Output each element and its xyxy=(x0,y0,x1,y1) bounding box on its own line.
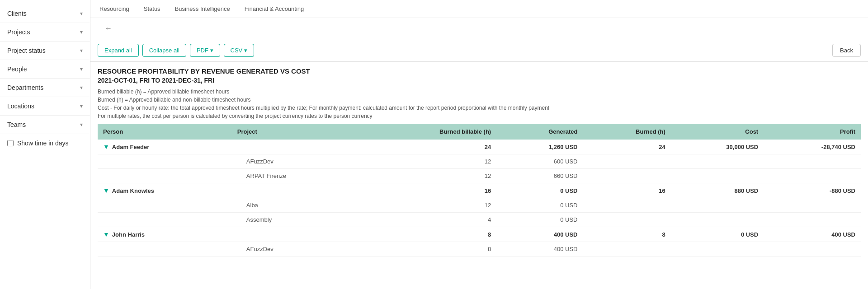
cell-person xyxy=(98,154,232,169)
sidebar-item-label: Clients xyxy=(7,10,27,17)
sidebar-item-departments[interactable]: Departments▾ xyxy=(0,79,90,97)
col-header-3: Generated xyxy=(496,124,583,140)
cell-profit: -28,740 USD xyxy=(764,140,861,154)
expand-person-icon[interactable]: ▼ xyxy=(103,143,109,150)
cell-project: ARPAT Firenze xyxy=(232,169,361,183)
report-desc3: Cost - For daily or hourly rate: the tot… xyxy=(98,104,861,112)
nav-tab-3[interactable]: Financial & Accounting xyxy=(243,1,306,17)
person-name-text: Adam Knowles xyxy=(112,187,154,194)
nav-tab-2[interactable]: Business Intelligence xyxy=(173,1,232,17)
table-row: AFuzzDev12600 USD xyxy=(98,154,861,169)
cell-project: Alba xyxy=(232,198,361,213)
back-button[interactable]: Back xyxy=(832,44,861,57)
cell-project xyxy=(232,227,361,242)
report-subtitle: 2021-OCT-01, FRI TO 2021-DEC-31, FRI xyxy=(98,77,861,84)
report-desc2: Burned (h) = Approved billable and non-b… xyxy=(98,96,861,104)
expand-person-icon[interactable]: ▼ xyxy=(103,187,109,194)
nav-tab-1[interactable]: Status xyxy=(142,1,162,17)
cell-burned: 8 xyxy=(583,227,670,242)
cell-cost: 880 USD xyxy=(671,183,764,198)
cell-person xyxy=(98,169,232,183)
chevron-down-icon: ▾ xyxy=(80,47,83,54)
sidebar-item-people[interactable]: People▾ xyxy=(0,60,90,79)
show-time-in-days-item[interactable]: Show time in days xyxy=(0,134,90,152)
cell-generated: 0 USD xyxy=(496,198,583,213)
cell-burned-billable: 4 xyxy=(361,213,496,227)
cell-cost: 0 USD xyxy=(671,227,764,242)
report-title: RESOURCE PROFITABILITY BY REVENUE GENERA… xyxy=(98,67,861,75)
cell-person xyxy=(98,242,232,256)
main-content: ResourcingStatusBusiness IntelligenceFin… xyxy=(90,0,868,289)
chevron-down-icon: ▾ xyxy=(80,66,83,72)
cell-cost: 30,000 USD xyxy=(671,140,764,154)
sidebar-item-projects[interactable]: Projects▾ xyxy=(0,23,90,42)
cell-cost xyxy=(671,169,764,183)
cell-person xyxy=(98,198,232,213)
col-header-1: Project xyxy=(232,124,361,140)
expand-all-button[interactable]: Expand all xyxy=(98,44,139,57)
person-name-text: Adam Feeder xyxy=(112,144,149,150)
cell-project: AFuzzDev xyxy=(232,242,361,256)
cell-burned xyxy=(583,213,670,227)
pdf-button[interactable]: PDF ▾ xyxy=(190,44,220,57)
collapse-all-button[interactable]: Collapse all xyxy=(142,44,186,57)
cell-person: ▼Adam Knowles xyxy=(98,183,232,198)
csv-button[interactable]: CSV ▾ xyxy=(224,44,254,57)
cell-profit: 400 USD xyxy=(764,227,861,242)
back-arrow-icon[interactable]: ← xyxy=(98,21,119,36)
table-row: AFuzzDev8400 USD xyxy=(98,242,861,256)
col-header-2: Burned billable (h) xyxy=(361,124,496,140)
sidebar: Clients▾Projects▾Project status▾People▾D… xyxy=(0,0,90,289)
cell-generated: 1,260 USD xyxy=(496,140,583,154)
sidebar-item-label: Projects xyxy=(7,28,30,36)
cell-person xyxy=(98,213,232,227)
top-nav: ResourcingStatusBusiness IntelligenceFin… xyxy=(90,0,868,18)
sidebar-item-label: Locations xyxy=(7,103,34,110)
col-header-6: Profit xyxy=(764,124,861,140)
cell-burned-billable: 8 xyxy=(361,227,496,242)
cell-person: ▼John Harris xyxy=(98,227,232,242)
sidebar-item-teams[interactable]: Teams▾ xyxy=(0,116,90,134)
cell-burned: 16 xyxy=(583,183,670,198)
cell-burned xyxy=(583,198,670,213)
cell-project: AFuzzDev xyxy=(232,154,361,169)
table-row: Alba120 USD xyxy=(98,198,861,213)
cell-profit: -880 USD xyxy=(764,183,861,198)
cell-burned-billable: 24 xyxy=(361,140,496,154)
cell-burned-billable: 12 xyxy=(361,154,496,169)
cell-generated: 600 USD xyxy=(496,154,583,169)
sidebar-item-label: Departments xyxy=(7,84,43,91)
cell-project xyxy=(232,183,361,198)
cell-cost xyxy=(671,242,764,256)
toolbar: Expand all Collapse all PDF ▾ CSV ▾ Back xyxy=(90,39,868,62)
sidebar-item-clients[interactable]: Clients▾ xyxy=(0,5,90,23)
cell-burned: 24 xyxy=(583,140,670,154)
cell-burned xyxy=(583,242,670,256)
col-header-4: Burned (h) xyxy=(583,124,670,140)
cell-cost xyxy=(671,198,764,213)
sidebar-item-project-status[interactable]: Project status▾ xyxy=(0,42,90,60)
cell-cost xyxy=(671,213,764,227)
profitability-table: PersonProjectBurned billable (h)Generate… xyxy=(98,124,861,256)
cell-burned xyxy=(583,169,670,183)
cell-burned-billable: 8 xyxy=(361,242,496,256)
cell-profit xyxy=(764,198,861,213)
nav-tab-0[interactable]: Resourcing xyxy=(98,1,131,17)
show-time-in-days-checkbox[interactable] xyxy=(7,140,14,146)
cell-generated: 400 USD xyxy=(496,242,583,256)
cell-project xyxy=(232,140,361,154)
cell-profit xyxy=(764,154,861,169)
cell-profit xyxy=(764,169,861,183)
sidebar-item-locations[interactable]: Locations▾ xyxy=(0,97,90,116)
expand-person-icon[interactable]: ▼ xyxy=(103,231,109,238)
cell-generated: 660 USD xyxy=(496,169,583,183)
show-time-in-days-label: Show time in days xyxy=(17,140,69,147)
cell-generated: 400 USD xyxy=(496,227,583,242)
person-name-text: John Harris xyxy=(112,231,145,238)
table-row: ▼Adam Feeder241,260 USD2430,000 USD-28,7… xyxy=(98,140,861,154)
chevron-down-icon: ▾ xyxy=(80,103,83,109)
table-row: ARPAT Firenze12660 USD xyxy=(98,169,861,183)
chevron-down-icon: ▾ xyxy=(80,121,83,128)
col-header-0: Person xyxy=(98,124,232,140)
report-desc4: For multiple rates, the cost per person … xyxy=(98,112,861,120)
